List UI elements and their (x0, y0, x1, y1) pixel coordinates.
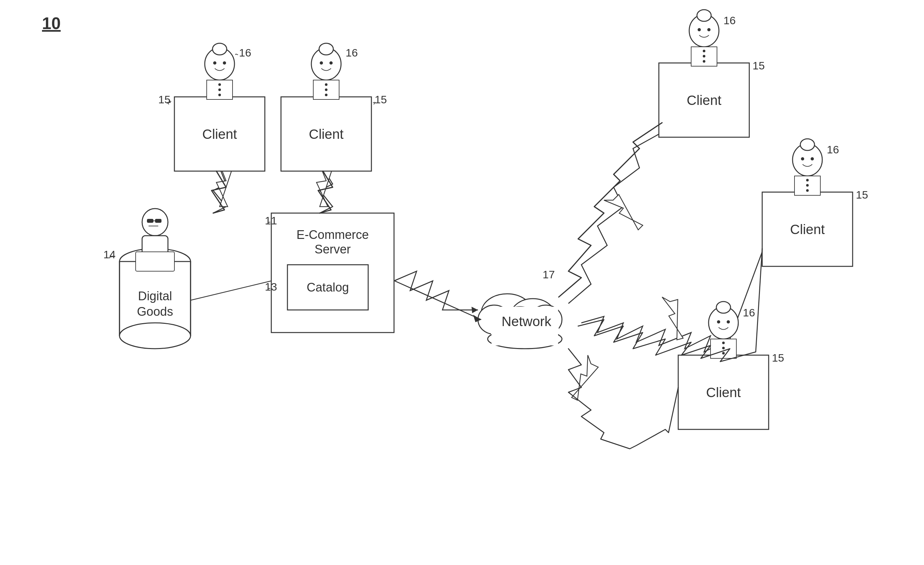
svg-rect-13 (136, 252, 174, 271)
svg-point-73 (703, 60, 705, 63)
svg-rect-8 (147, 219, 153, 223)
svg-text:16: 16 (346, 46, 358, 59)
svg-rect-30 (492, 307, 558, 345)
svg-point-84 (806, 184, 809, 187)
svg-text:Client: Client (202, 127, 237, 142)
svg-text:16: 16 (723, 14, 736, 27)
svg-point-59 (325, 83, 327, 86)
svg-point-85 (806, 189, 809, 192)
svg-rect-18 (288, 265, 368, 310)
svg-point-48 (218, 88, 221, 91)
svg-rect-94 (711, 339, 736, 358)
diagram-svg: 10 Digital Goods 14 E-Commerce Server (0, 0, 924, 565)
svg-text:E-Commerce: E-Commerce (297, 228, 369, 241)
svg-text:16: 16 (239, 46, 251, 59)
svg-rect-28 (491, 323, 559, 342)
svg-rect-51 (281, 97, 371, 171)
svg-marker-36 (604, 190, 646, 232)
svg-point-2 (120, 323, 190, 349)
svg-text:15: 15 (375, 93, 387, 106)
svg-text:Client: Client (309, 127, 344, 142)
svg-point-96 (722, 347, 725, 349)
svg-text:Digital: Digital (138, 289, 172, 303)
diagram-container: 10 Digital Goods 14 E-Commerce Server (0, 0, 924, 565)
svg-point-27 (530, 305, 562, 334)
svg-rect-87 (678, 355, 769, 429)
svg-point-95 (722, 342, 725, 344)
svg-point-26 (501, 307, 539, 339)
svg-point-44 (213, 61, 216, 64)
svg-rect-70 (691, 47, 717, 66)
svg-point-81 (811, 157, 814, 160)
svg-text:15: 15 (753, 59, 765, 72)
svg-point-57 (329, 61, 333, 64)
svg-rect-63 (659, 63, 749, 137)
svg-point-80 (801, 157, 804, 160)
svg-text:Network: Network (502, 314, 552, 329)
svg-rect-82 (795, 176, 820, 195)
svg-point-72 (703, 55, 705, 57)
svg-marker-33 (471, 307, 478, 313)
svg-point-47 (218, 83, 221, 86)
svg-point-79 (800, 139, 814, 150)
svg-point-29 (488, 329, 562, 349)
svg-text:16: 16 (743, 306, 755, 319)
svg-point-69 (707, 28, 711, 31)
svg-marker-38 (569, 355, 601, 402)
svg-rect-12 (142, 236, 168, 262)
svg-point-60 (325, 88, 327, 91)
svg-point-92 (717, 320, 720, 324)
svg-line-22 (190, 281, 271, 300)
svg-rect-58 (313, 80, 339, 99)
svg-point-83 (806, 179, 809, 181)
svg-text:Catalog: Catalog (307, 280, 349, 294)
svg-point-24 (510, 299, 555, 334)
svg-point-25 (478, 305, 510, 334)
svg-point-78 (792, 144, 822, 176)
svg-point-54 (311, 48, 341, 80)
svg-text:15: 15 (772, 352, 784, 364)
svg-text:Client: Client (706, 385, 741, 400)
svg-text:Server: Server (315, 243, 351, 256)
svg-text:11: 11 (265, 214, 277, 227)
svg-point-93 (727, 320, 730, 324)
svg-text:15: 15 (158, 93, 171, 106)
svg-marker-35 (316, 165, 333, 207)
svg-point-67 (697, 10, 711, 21)
svg-rect-9 (155, 219, 162, 223)
svg-rect-15 (271, 213, 394, 333)
svg-rect-1 (120, 262, 190, 336)
svg-point-45 (223, 61, 226, 64)
fig-label: 10 (42, 14, 61, 33)
svg-point-71 (703, 50, 705, 52)
svg-point-55 (319, 43, 333, 55)
svg-text:Goods: Goods (137, 305, 173, 318)
svg-point-49 (218, 94, 221, 96)
svg-point-43 (213, 43, 227, 55)
svg-point-0 (120, 249, 190, 274)
svg-point-97 (722, 352, 725, 355)
svg-point-42 (205, 48, 234, 80)
svg-text:Client: Client (687, 93, 722, 108)
svg-point-61 (325, 94, 327, 96)
svg-marker-100 (473, 315, 481, 322)
svg-text:13: 13 (265, 280, 277, 293)
svg-text:16: 16 (827, 143, 839, 156)
svg-point-91 (716, 301, 730, 313)
svg-text:14: 14 (104, 248, 116, 261)
svg-point-90 (709, 307, 738, 339)
svg-point-56 (320, 61, 323, 64)
svg-marker-37 (662, 293, 688, 341)
svg-rect-39 (174, 97, 265, 171)
svg-text:15: 15 (856, 189, 868, 201)
svg-marker-34 (216, 165, 232, 207)
svg-rect-75 (762, 192, 853, 266)
svg-point-66 (689, 15, 719, 47)
svg-point-68 (698, 28, 701, 31)
svg-line-99 (394, 281, 481, 320)
svg-rect-46 (207, 80, 232, 99)
svg-point-23 (481, 294, 533, 333)
svg-point-7 (142, 208, 168, 236)
svg-text:17: 17 (543, 268, 555, 280)
svg-text:Client: Client (790, 222, 825, 237)
